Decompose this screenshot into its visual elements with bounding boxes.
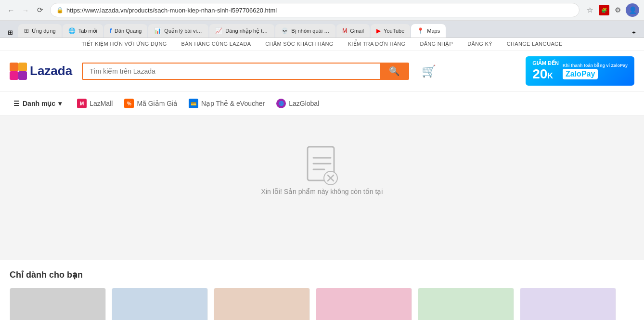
bookmark-label: Maps bbox=[427, 28, 440, 34]
bookmark-quan-ly[interactable]: 📊 Quản lý bài viết - I... bbox=[148, 24, 208, 38]
cart-button[interactable]: 🛒 bbox=[419, 62, 439, 81]
product-image-1: Nón bảo hiểm sơn khủng long con kute 2 l… bbox=[112, 288, 207, 320]
product-card-1[interactable]: Nón bảo hiểm sơn khủng long con kute 2 l… bbox=[112, 288, 208, 320]
add-tab-button[interactable]: + bbox=[629, 27, 639, 38]
lazada-header: Lazada 🔍 🛒 GIẢM ĐẾN 20 K Khi thanh toán bbox=[0, 51, 644, 92]
url-input[interactable] bbox=[66, 7, 573, 14]
svg-rect-3 bbox=[18, 71, 27, 80]
lazmall-link[interactable]: M LazMall bbox=[77, 99, 113, 108]
lazada-page: TIẾT KIỆM HƠN VỚI ỨNG DỤNG BÁN HÀNG CÙNG… bbox=[0, 38, 644, 320]
bookmark-maps[interactable]: 📍 Maps bbox=[411, 24, 446, 38]
lazmall-label: LazMall bbox=[90, 100, 113, 107]
nav-dang-ky[interactable]: ĐĂNG KÝ bbox=[467, 41, 492, 47]
error-section: Xin lỗi! Sản phẩm này không còn tồn tại bbox=[0, 115, 644, 224]
promo-label: GIẢM ĐẾN bbox=[532, 60, 559, 66]
search-input[interactable] bbox=[83, 64, 380, 79]
lazglobal-link[interactable]: 🌐 LazGlobal bbox=[276, 99, 319, 108]
ma-giam-gia-link[interactable]: % Mã Giảm Giá bbox=[124, 99, 177, 108]
recommendations-section: Chỉ dành cho bạn giày thể thao thấp cổ n… bbox=[0, 260, 644, 320]
product-card-0[interactable]: giày thể thao thấp cổ nữ giày thể thao t… bbox=[10, 288, 106, 320]
reload-button[interactable]: ⟳ bbox=[34, 4, 46, 16]
promo-unit: K bbox=[547, 72, 553, 80]
lazglobal-label: LazGlobal bbox=[289, 100, 319, 107]
main-content: Xin lỗi! Sản phẩm này không còn tồn tại bbox=[0, 115, 644, 260]
nav-tiet-kiem[interactable]: TIẾT KIỆM HƠN VỚI ỨNG DỤNG bbox=[81, 41, 167, 47]
browser-right-icons: ☆ 🧩 ⚙ 👤 bbox=[583, 3, 639, 17]
bookmark-label: Bị nhóm quái xế tô... bbox=[291, 28, 330, 34]
browser-toolbar: ← → ⟳ 🔒 ☆ 🧩 ⚙ 👤 bbox=[0, 0, 644, 20]
product-image-3: Áo hoodie lợn bẹo má DTR1119 bbox=[316, 288, 412, 320]
svg-rect-2 bbox=[10, 71, 18, 80]
product-image-0: giày thể thao thấp cổ nữ bbox=[10, 288, 105, 320]
product-card-2[interactable]: Áo thun nam nữ form rộng chất liệu cao c… bbox=[214, 288, 310, 320]
discount-icon: % bbox=[124, 99, 134, 108]
search-button[interactable]: 🔍 bbox=[380, 64, 408, 79]
bookmark-ung-dung[interactable]: ⊞ Ứng dụng bbox=[18, 24, 62, 38]
bookmark-label: Tab mới bbox=[78, 28, 97, 34]
back-button[interactable]: ← bbox=[5, 4, 17, 16]
cart-icon: 🛒 bbox=[422, 64, 436, 77]
lock-icon: 🔒 bbox=[56, 7, 64, 13]
lazmall-icon: M bbox=[77, 99, 87, 108]
bookmark-label: Quản lý bài viết - I... bbox=[164, 28, 203, 34]
product-card-5[interactable]: Tai Nghe Bluetooth Mini GUTEK I12 TWS V5… bbox=[520, 288, 616, 320]
nav-ban-hang[interactable]: BÁN HÀNG CÙNG LAZADA bbox=[181, 41, 251, 47]
nap-the-link[interactable]: 💳 Nạp Thẻ & eVoucher bbox=[189, 99, 265, 108]
promo-banner: GIẢM ĐẾN 20 K Khi thanh toán bằng ví Zal… bbox=[526, 56, 634, 86]
bookmark-gmail[interactable]: M Gmail bbox=[336, 24, 370, 38]
bookmark-label: Gmail bbox=[350, 28, 364, 34]
error-message: Xin lỗi! Sản phẩm này không còn tồn tại bbox=[261, 188, 383, 195]
recharge-icon: 💳 bbox=[189, 99, 198, 108]
product-image-5: Tai Nghe Bluetooth Mini GUTEK I12 TWS V5… bbox=[520, 288, 616, 320]
bookmark-dang-nhap[interactable]: 📈 Đăng nhập hệ thốn... bbox=[209, 24, 274, 38]
recommendations-title: Chỉ dành cho bạn bbox=[10, 269, 634, 280]
lazglobal-icon: 🌐 bbox=[276, 99, 286, 108]
svg-rect-1 bbox=[18, 63, 27, 71]
bookmark-label: Ứng dụng bbox=[32, 28, 56, 34]
product-card-4[interactable]: [SIÊU GIẢM] [COMBO TIỆN DỤNG] Chảo 2 qua… bbox=[418, 288, 514, 320]
error-icon bbox=[303, 144, 341, 188]
star-button[interactable]: ☆ bbox=[583, 4, 596, 16]
address-bar[interactable]: 🔒 bbox=[50, 3, 580, 17]
nav-cham-soc[interactable]: CHĂM SÓC KHÁCH HÀNG bbox=[265, 41, 333, 47]
bookmark-label: Dân Quang bbox=[115, 28, 142, 34]
bookmark-label: YouTube bbox=[384, 28, 404, 34]
zalopay-logo: ZaloPay bbox=[563, 69, 598, 79]
ma-giam-gia-label: Mã Giảm Giá bbox=[137, 100, 177, 107]
profile-avatar[interactable]: 👤 bbox=[626, 3, 639, 17]
promo-subtitle: Khi thanh toán bằng ví ZaloPay bbox=[563, 63, 628, 68]
bookmark-label: Đăng nhập hệ thốn... bbox=[225, 28, 269, 34]
lazada-logo-text: Lazada bbox=[30, 64, 72, 78]
chevron-down-icon: ▾ bbox=[58, 100, 62, 107]
apps-icon[interactable]: ⊞ bbox=[5, 27, 15, 38]
lazada-logo-icon bbox=[10, 63, 27, 80]
ext-icon-1[interactable]: 🧩 bbox=[599, 5, 609, 15]
forward-button[interactable]: → bbox=[19, 4, 32, 16]
danh-muc-button[interactable]: ☰ Danh mục ▾ bbox=[10, 97, 65, 110]
bookmark-youtube[interactable]: ▶ YouTube bbox=[371, 24, 410, 38]
svg-rect-0 bbox=[10, 63, 18, 71]
menu-icon: ☰ bbox=[13, 100, 20, 107]
bookmark-bi-nhom[interactable]: 💀 Bị nhóm quái xế tô... bbox=[275, 24, 335, 38]
danh-muc-label: Danh mục bbox=[23, 100, 55, 107]
browser-chrome: ← → ⟳ 🔒 ☆ 🧩 ⚙ 👤 bbox=[0, 0, 644, 21]
bookmark-dan-quang[interactable]: f Dân Quang bbox=[104, 24, 147, 38]
secondary-nav: ☰ Danh mục ▾ M LazMall % Mã Giảm Giá 💳 N… bbox=[0, 92, 644, 115]
extensions-button[interactable]: ⚙ bbox=[611, 4, 624, 16]
nap-the-label: Nạp Thẻ & eVoucher bbox=[201, 100, 265, 107]
search-bar: 🔍 bbox=[82, 63, 409, 80]
promo-amount: 20 bbox=[532, 66, 547, 82]
extensions-area: 🧩 ⚙ 👤 bbox=[599, 3, 639, 17]
product-image-2: Áo thun nam nữ form rộng chất liệu cao c… bbox=[214, 288, 309, 320]
product-image-4: [SIÊU GIẢM] [COMBO TIỆN DỤNG] Chảo 2 qua… bbox=[418, 288, 514, 320]
products-grid: giày thể thao thấp cổ nữ giày thể thao t… bbox=[10, 288, 634, 320]
top-nav: TIẾT KIỆM HƠN VỚI ỨNG DỤNG BÁN HÀNG CÙNG… bbox=[0, 38, 644, 51]
nav-kiem-tra[interactable]: KIỂM TRA ĐƠN HÀNG bbox=[348, 41, 406, 47]
nav-dang-nhap[interactable]: ĐĂNG NHẬP bbox=[420, 41, 453, 47]
bookmark-tab-moi[interactable]: 🌐 Tab mới bbox=[63, 24, 103, 38]
search-icon: 🔍 bbox=[389, 66, 399, 77]
lazada-logo[interactable]: Lazada bbox=[10, 63, 72, 80]
nav-change-language[interactable]: CHANGE LANGUAGE bbox=[507, 41, 563, 47]
product-card-3[interactable]: Áo hoodie lợn bẹo má DTR1119 Áo hoodie l… bbox=[316, 288, 412, 320]
nav-buttons: ← → ⟳ bbox=[5, 4, 46, 16]
